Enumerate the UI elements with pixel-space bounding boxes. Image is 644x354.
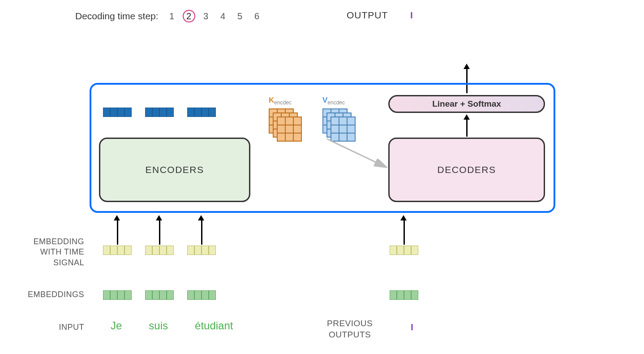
arrow-dec-to-softmax <box>466 119 468 137</box>
arrow-emb-enc-2 <box>159 220 160 245</box>
arrow-emb-enc-3-head <box>198 215 204 220</box>
input-token-2: suis <box>149 319 168 332</box>
output-label: OUTPUT <box>347 10 388 21</box>
step-4: 4 <box>217 10 229 22</box>
arrow-emb-enc-1 <box>117 220 118 245</box>
timestep-row: Decoding time step: 1 2 3 4 5 6 <box>75 10 263 22</box>
decoders-block: DECODERS <box>388 138 545 202</box>
arrow-kv-to-decoders <box>322 134 394 175</box>
input-token-3: étudiant <box>195 319 233 332</box>
svg-line-0 <box>327 139 385 167</box>
encoder-output-vectors <box>103 108 216 117</box>
step-6: 6 <box>251 10 263 22</box>
step-3: 3 <box>200 10 212 22</box>
decoders-label: DECODERS <box>437 164 496 175</box>
emb-time-signal-label: EMBEDDING WITH TIME SIGNAL <box>15 237 84 268</box>
arrow-output-head <box>464 64 470 69</box>
encoders-block: ENCODERS <box>99 138 250 202</box>
emb-time-decoder-row <box>390 246 418 255</box>
step-1: 1 <box>166 10 178 22</box>
arrow-emb-enc-1-head <box>114 215 120 220</box>
enc-vec-3 <box>187 108 216 117</box>
timestep-label: Decoding time step: <box>75 11 159 22</box>
step-5: 5 <box>234 10 246 22</box>
input-token-1: Je <box>111 319 122 332</box>
linear-softmax-block: Linear + Softmax <box>388 95 545 113</box>
emb-encoder-row <box>103 290 216 300</box>
arrow-emb-dec-1-head <box>400 215 407 220</box>
arrow-emb-dec-1 <box>404 220 405 245</box>
arrow-dec-to-softmax-head <box>464 114 470 120</box>
output-token: I <box>410 10 413 21</box>
linear-softmax-label: Linear + Softmax <box>432 99 501 109</box>
emb-decoder-row <box>390 290 418 300</box>
emb-time-encoder-row <box>103 246 216 255</box>
encoders-label: ENCODERS <box>145 164 204 175</box>
prev-output-token: I <box>411 322 413 332</box>
prev-outputs-label: PREVIOUS OUTPUTS <box>327 318 373 340</box>
step-2-active: 2 <box>183 10 195 22</box>
k-encdec-matrix: Kencdec <box>269 108 305 147</box>
diagram-canvas: Decoding time step: 1 2 3 4 5 6 OUTPUT I… <box>0 0 644 354</box>
enc-vec-2 <box>145 108 174 117</box>
input-tokens: Je suis étudiant <box>111 319 233 332</box>
enc-vec-1 <box>103 108 132 117</box>
arrow-emb-enc-3 <box>201 220 202 245</box>
input-label: INPUT <box>15 323 84 332</box>
arrow-emb-enc-2-head <box>156 215 162 220</box>
v-label: Vencdec <box>322 96 345 106</box>
k-label: Kencdec <box>269 96 292 106</box>
embeddings-label: EMBEDDINGS <box>15 290 84 299</box>
